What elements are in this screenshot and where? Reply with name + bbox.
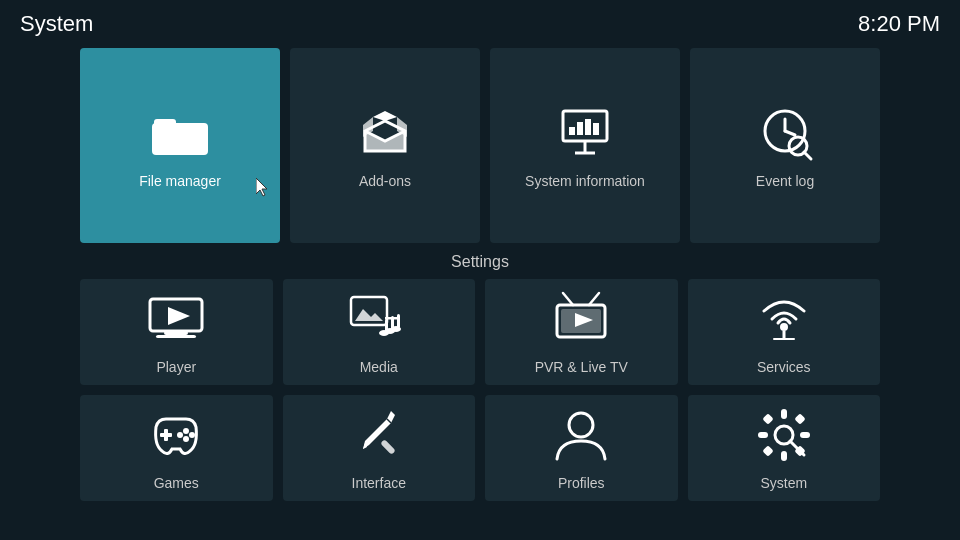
top-tiles: Add-ons System information bbox=[290, 48, 880, 243]
event-log-tile[interactable]: Event log bbox=[690, 48, 880, 243]
interface-tile[interactable]: Interface bbox=[283, 395, 476, 501]
addons-label: Add-ons bbox=[359, 173, 411, 189]
svg-rect-50 bbox=[762, 413, 773, 424]
addons-tile[interactable]: Add-ons bbox=[290, 48, 480, 243]
svg-rect-21 bbox=[397, 314, 400, 328]
svg-rect-16 bbox=[164, 331, 188, 335]
file-manager-label: File manager bbox=[139, 173, 221, 189]
settings-grid: Player Media bbox=[0, 279, 960, 501]
system-tile[interactable]: System bbox=[688, 395, 881, 501]
svg-rect-47 bbox=[781, 451, 787, 461]
svg-rect-6 bbox=[593, 123, 599, 135]
profiles-icon bbox=[551, 405, 611, 465]
svg-rect-43 bbox=[380, 439, 396, 455]
player-tile[interactable]: Player bbox=[80, 279, 273, 385]
svg-rect-17 bbox=[156, 335, 196, 338]
games-label: Games bbox=[154, 475, 199, 491]
svg-rect-4 bbox=[577, 122, 583, 135]
pvr-tile[interactable]: PVR & Live TV bbox=[485, 279, 678, 385]
svg-rect-25 bbox=[385, 317, 400, 320]
svg-line-13 bbox=[804, 152, 811, 159]
clock: 8:20 PM bbox=[858, 11, 940, 37]
svg-rect-52 bbox=[762, 445, 773, 456]
interface-icon bbox=[349, 405, 409, 465]
svg-point-44 bbox=[569, 413, 593, 437]
app-title: System bbox=[20, 11, 93, 37]
svg-point-37 bbox=[189, 432, 195, 438]
system-info-icon bbox=[555, 103, 615, 163]
services-label: Services bbox=[757, 359, 811, 375]
svg-point-24 bbox=[391, 326, 401, 332]
svg-line-11 bbox=[785, 131, 795, 135]
games-tile[interactable]: Games bbox=[80, 395, 273, 501]
svg-point-39 bbox=[177, 432, 183, 438]
profiles-tile[interactable]: Profiles bbox=[485, 395, 678, 501]
media-label: Media bbox=[360, 359, 398, 375]
pvr-label: PVR & Live TV bbox=[535, 359, 628, 375]
pvr-icon bbox=[551, 289, 611, 349]
interface-label: Interface bbox=[352, 475, 406, 491]
file-manager-tile[interactable]: File manager bbox=[80, 48, 280, 243]
top-bar: System 8:20 PM bbox=[0, 0, 960, 48]
system-label: System bbox=[760, 475, 807, 491]
settings-section-label: Settings bbox=[0, 243, 960, 279]
games-icon bbox=[146, 405, 206, 465]
svg-line-28 bbox=[589, 293, 599, 305]
folder-icon bbox=[150, 103, 210, 163]
system-info-label: System information bbox=[525, 173, 645, 189]
svg-line-27 bbox=[563, 293, 573, 305]
svg-rect-51 bbox=[794, 413, 805, 424]
svg-rect-1 bbox=[152, 123, 208, 155]
svg-marker-15 bbox=[168, 307, 190, 325]
addons-icon bbox=[355, 103, 415, 163]
player-icon bbox=[146, 289, 206, 349]
svg-rect-35 bbox=[160, 433, 172, 437]
svg-rect-5 bbox=[585, 119, 591, 135]
svg-rect-48 bbox=[758, 432, 768, 438]
media-tile[interactable]: Media bbox=[283, 279, 476, 385]
services-tile[interactable]: Services bbox=[688, 279, 881, 385]
media-icon bbox=[349, 289, 409, 349]
svg-point-38 bbox=[183, 436, 189, 442]
svg-point-36 bbox=[183, 428, 189, 434]
svg-rect-46 bbox=[781, 409, 787, 419]
system-info-tile[interactable]: System information bbox=[490, 48, 680, 243]
services-icon bbox=[754, 289, 814, 349]
event-log-icon bbox=[755, 103, 815, 163]
svg-rect-49 bbox=[800, 432, 810, 438]
event-log-label: Event log bbox=[756, 173, 814, 189]
top-section: File manager Add-ons bbox=[0, 48, 960, 243]
svg-rect-3 bbox=[569, 127, 575, 135]
player-label: Player bbox=[156, 359, 196, 375]
profiles-label: Profiles bbox=[558, 475, 605, 491]
svg-point-31 bbox=[780, 323, 788, 331]
system-settings-icon bbox=[754, 405, 814, 465]
